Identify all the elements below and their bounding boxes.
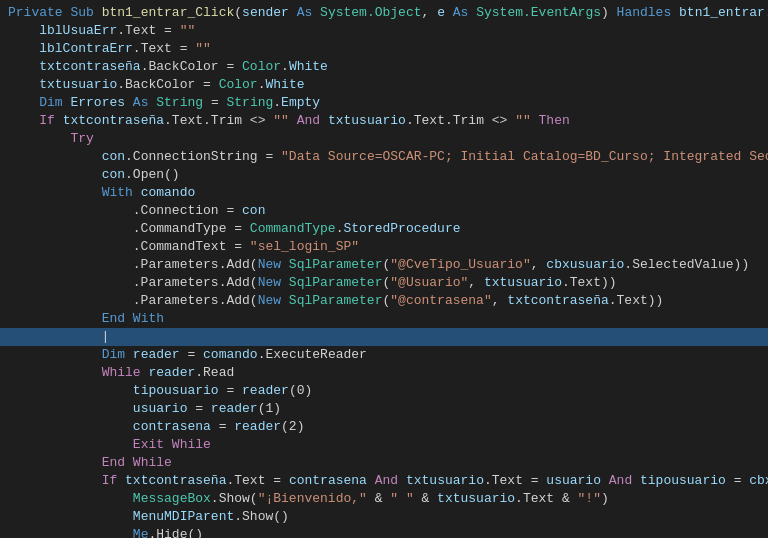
token: = <box>211 418 234 436</box>
token: con <box>102 166 125 184</box>
token: "" <box>273 112 289 130</box>
code-line-2: lblUsuaErr.Text = "" <box>0 22 768 40</box>
token: White <box>289 58 328 76</box>
token: Handles <box>617 4 679 22</box>
token: reader <box>133 346 180 364</box>
code-line-15: .Parameters.Add(New SqlParameter("@CveTi… <box>0 256 768 274</box>
code-line-28: MessageBox.Show("¡Bienvenido," & " " & t… <box>0 490 768 508</box>
token: Try <box>70 130 93 148</box>
token: comando <box>203 346 258 364</box>
token: contrasena <box>289 472 367 490</box>
token: .CommandText = <box>8 238 250 256</box>
token: System.Object <box>320 4 421 22</box>
code-line-5: txtusuario.BackColor = Color.White <box>0 76 768 94</box>
token: txtusuario <box>39 76 117 94</box>
token <box>289 4 297 22</box>
token: , <box>492 292 508 310</box>
code-line-7: If txtcontraseña.Text.Trim <> "" And txt… <box>0 112 768 130</box>
token: comando <box>141 184 196 202</box>
token <box>8 418 133 436</box>
token: Sub <box>70 4 101 22</box>
token: Dim <box>39 94 70 112</box>
token: | <box>8 328 109 346</box>
token: .Parameters.Add( <box>8 292 258 310</box>
token: . <box>281 58 289 76</box>
token: (1) <box>258 400 281 418</box>
token: New <box>258 256 289 274</box>
token <box>367 472 375 490</box>
token: txtusuario <box>328 112 406 130</box>
token: "¡Bienvenido," <box>258 490 367 508</box>
code-line-14: .CommandText = "sel_login_SP" <box>0 238 768 256</box>
code-line-16: .Parameters.Add(New SqlParameter("@Usuar… <box>0 274 768 292</box>
token: reader <box>148 364 195 382</box>
token: .Text = <box>484 472 546 490</box>
token: .Hide() <box>148 526 203 538</box>
token: MenuMDIParent <box>133 508 234 526</box>
token <box>8 346 102 364</box>
token: .CommandType = <box>8 220 250 238</box>
token: .ExecuteReader <box>258 346 367 364</box>
token: End With <box>102 310 164 328</box>
token: And <box>609 472 640 490</box>
token: ) <box>601 490 609 508</box>
code-line-18: End With <box>0 310 768 328</box>
token: .ConnectionString = <box>125 148 281 166</box>
token: If <box>39 112 62 130</box>
code-line-24: contrasena = reader(2) <box>0 418 768 436</box>
token <box>8 526 133 538</box>
token: .Parameters.Add( <box>8 256 258 274</box>
token: btn1_entrar_Click <box>102 4 235 22</box>
code-line-29: MenuMDIParent.Show() <box>0 508 768 526</box>
token <box>8 382 133 400</box>
token: btn1_entrar.Click <box>679 4 768 22</box>
token: "" <box>515 112 531 130</box>
token: ( <box>382 274 390 292</box>
token <box>601 472 609 490</box>
token: . <box>336 220 344 238</box>
token: MessageBox <box>133 490 211 508</box>
token: .Text)) <box>562 274 617 292</box>
token <box>8 148 102 166</box>
code-line-25: Exit While <box>0 436 768 454</box>
token: reader <box>242 382 289 400</box>
token: If <box>102 472 125 490</box>
token: "sel_login_SP" <box>250 238 359 256</box>
token: = <box>203 94 226 112</box>
token: sender <box>242 4 289 22</box>
token: With <box>102 184 141 202</box>
token: Errores <box>70 94 125 112</box>
token <box>125 94 133 112</box>
token: tipousuario <box>640 472 726 490</box>
token: = <box>219 382 242 400</box>
token: cbxusuario <box>546 256 624 274</box>
code-line-6: Dim Errores As String = String.Empty <box>0 94 768 112</box>
token: , <box>531 256 547 274</box>
token: End While <box>102 454 172 472</box>
code-line-4: txtcontraseña.BackColor = Color.White <box>0 58 768 76</box>
token: & <box>367 490 390 508</box>
token <box>8 490 133 508</box>
token: txtcontraseña <box>63 112 164 130</box>
token: (2) <box>281 418 304 436</box>
token <box>8 508 133 526</box>
token <box>8 364 102 382</box>
token: Dim <box>102 346 133 364</box>
code-line-20: Dim reader = comando.ExecuteReader <box>0 346 768 364</box>
token: Empty <box>281 94 320 112</box>
token: usuario <box>133 400 188 418</box>
code-line-22: tipousuario = reader(0) <box>0 382 768 400</box>
token <box>8 94 39 112</box>
token: .Show( <box>211 490 258 508</box>
code-line-13: .CommandType = CommandType.StoredProcedu… <box>0 220 768 238</box>
token: .Show() <box>234 508 289 526</box>
token: txtusuario <box>437 490 515 508</box>
code-line-19: | <box>0 328 768 346</box>
token <box>8 112 39 130</box>
token: txtcontraseña <box>39 58 140 76</box>
token <box>8 130 70 148</box>
token: New <box>258 292 289 310</box>
token: (0) <box>289 382 312 400</box>
token: = <box>187 400 210 418</box>
code-line-26: End While <box>0 454 768 472</box>
